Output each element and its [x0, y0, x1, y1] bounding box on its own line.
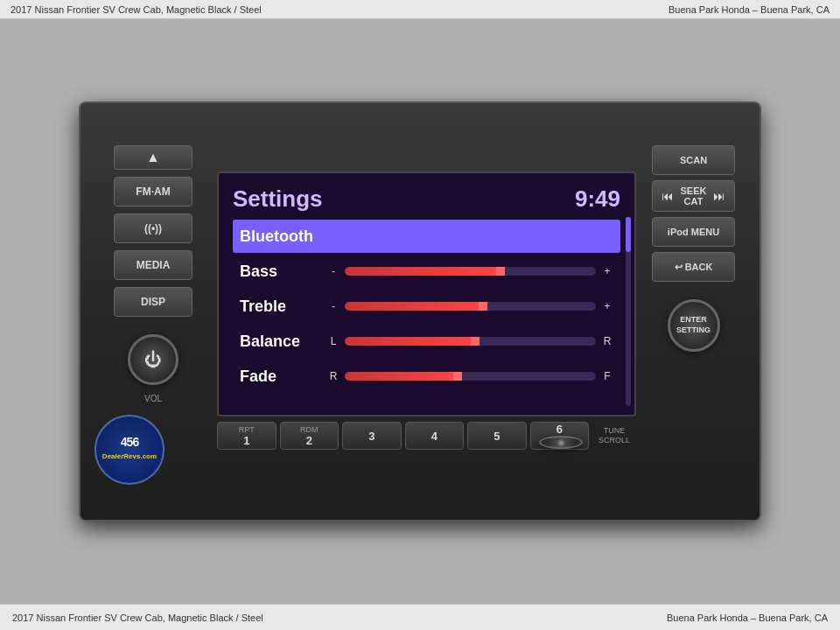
- right-panel: SCAN ⏮ SEEK CAT ⏭ iPod MENU ↩ BACK ENTER: [643, 136, 744, 486]
- top-bar-right: Buena Park Honda – Buena Park, CA: [668, 4, 830, 15]
- preset-button-1[interactable]: RPT1: [217, 422, 276, 450]
- bottom-bar-right: Buena Park Honda – Buena Park, CA: [667, 612, 828, 623]
- slider-container: -+: [327, 300, 613, 312]
- center-display: Settings 9:49 BluetoothBass-+Treble-+Bal…: [217, 172, 636, 452]
- scrollbar-thumb: [626, 217, 631, 252]
- enter-setting-button[interactable]: ENTER SETTING: [668, 299, 720, 352]
- dealer-badge-text: DealerRevs.com: [99, 449, 160, 465]
- preset-button-2[interactable]: RDM2: [280, 422, 340, 450]
- screen-scrollbar[interactable]: [626, 217, 631, 406]
- tune-scroll-knob[interactable]: ◉: [539, 436, 583, 449]
- top-bar: 2017 Nissan Frontier SV Crew Cab, Magnet…: [0, 0, 840, 19]
- slider-track[interactable]: [345, 372, 596, 381]
- back-button[interactable]: ↩ BACK: [652, 252, 735, 282]
- slider-thumb[interactable]: [479, 302, 487, 311]
- ipod-menu-button[interactable]: iPod MENU: [652, 217, 735, 247]
- menu-list: BluetoothBass-+Treble-+BalanceLRFadeRF: [233, 220, 620, 393]
- seek-button[interactable]: ⏮ SEEK CAT ⏭: [652, 180, 735, 212]
- menu-item-label: Fade: [240, 368, 327, 386]
- radio-inner: ▲ FM·AM ((•)) MEDIA DISP ⏻ VOL: [96, 119, 744, 504]
- slider-container: RF: [327, 370, 613, 382]
- menu-item-label: Balance: [240, 332, 327, 351]
- power-button[interactable]: ⏻: [128, 334, 178, 385]
- bottom-bar-left: 2017 Nissan Frontier SV Crew Cab, Magnet…: [12, 612, 263, 623]
- preset-buttons: RPT1RDM23456◉: [217, 422, 589, 450]
- media-button[interactable]: MEDIA: [114, 250, 192, 280]
- preset-row: RPT1RDM23456◉ TUNE SCROLL: [217, 420, 636, 452]
- menu-item-balance[interactable]: BalanceLR: [233, 325, 620, 358]
- disp-button[interactable]: DISP: [114, 287, 192, 317]
- preset-button-6[interactable]: 6◉: [530, 422, 590, 450]
- menu-item-bass[interactable]: Bass-+: [233, 255, 620, 288]
- menu-item-treble[interactable]: Treble-+: [233, 290, 620, 323]
- vol-label: VOL: [144, 394, 162, 403]
- slider-thumb[interactable]: [471, 337, 480, 346]
- bottom-bar: 2017 Nissan Frontier SV Crew Cab, Magnet…: [0, 604, 840, 630]
- slider-container: LR: [327, 335, 613, 347]
- tune-scroll-label: TUNE SCROLL: [592, 426, 636, 445]
- fm-am-button[interactable]: FM·AM: [114, 177, 192, 206]
- slider-track[interactable]: [345, 337, 596, 346]
- slider-thumb[interactable]: [453, 372, 462, 381]
- screen-header: Settings 9:49: [233, 186, 620, 213]
- menu-item-bluetooth[interactable]: Bluetooth: [233, 220, 620, 253]
- menu-item-label: Bluetooth: [240, 228, 327, 246]
- xm-button[interactable]: ((•)): [114, 214, 192, 243]
- screen-title: Settings: [233, 186, 323, 213]
- eject-button[interactable]: ▲: [114, 145, 192, 170]
- scan-button[interactable]: SCAN: [652, 145, 735, 175]
- preset-button-3[interactable]: 3: [342, 422, 402, 450]
- menu-item-fade[interactable]: FadeRF: [233, 360, 620, 393]
- screen-time: 9:49: [575, 186, 620, 213]
- slider-track[interactable]: [345, 302, 596, 311]
- main-content: ▲ FM·AM ((•)) MEDIA DISP ⏻ VOL: [0, 19, 840, 604]
- slider-thumb[interactable]: [496, 267, 505, 276]
- slider-track[interactable]: [345, 267, 596, 276]
- slider-container: -+: [327, 265, 613, 277]
- menu-item-label: Treble: [240, 298, 327, 316]
- preset-button-5[interactable]: 5: [467, 422, 527, 450]
- dealer-badge: 456 DealerRevs.com: [94, 415, 164, 485]
- preset-button-4[interactable]: 4: [405, 422, 465, 450]
- dealer-badge-numbers: 456: [121, 435, 138, 449]
- screen: Settings 9:49 BluetoothBass-+Treble-+Bal…: [217, 172, 636, 416]
- menu-item-label: Bass: [240, 262, 327, 281]
- top-bar-left: 2017 Nissan Frontier SV Crew Cab, Magnet…: [10, 4, 262, 15]
- radio-unit: ▲ FM·AM ((•)) MEDIA DISP ⏻ VOL: [79, 102, 761, 522]
